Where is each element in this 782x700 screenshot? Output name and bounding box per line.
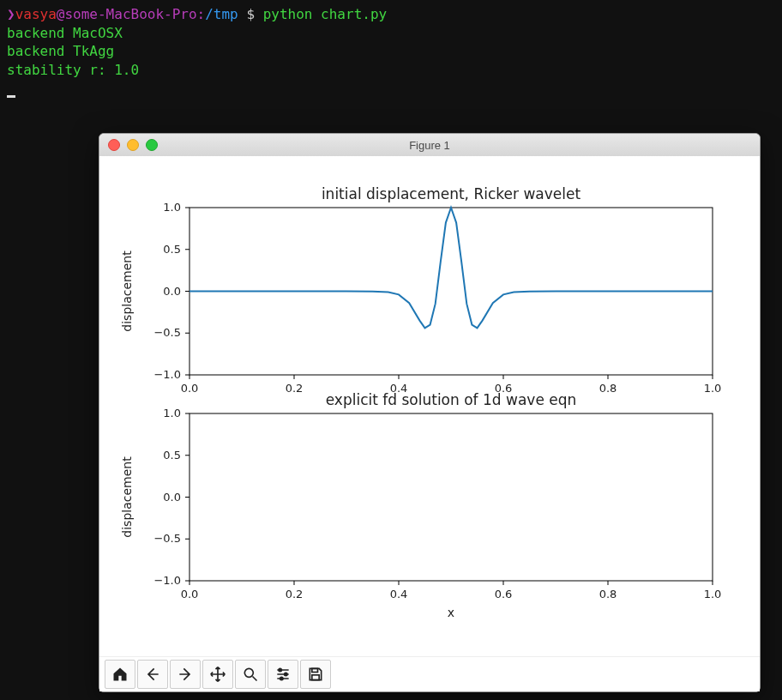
figure-canvas[interactable]: initial displacement, Ricker waveletdisp… <box>99 156 760 657</box>
prompt-at: @ <box>57 6 65 22</box>
terminal-output-line: backend TkAgg <box>7 42 775 61</box>
prompt-dollar: $ <box>246 6 255 22</box>
svg-text:displacement: displacement <box>120 456 134 538</box>
matplotlib-window: Figure 1 initial displacement, Ricker wa… <box>99 133 761 692</box>
svg-text:explicit fd solution of 1d wav: explicit fd solution of 1d wave eqn <box>326 391 577 408</box>
svg-text:0.8: 0.8 <box>599 588 617 600</box>
figure-svg: initial displacement, Ricker waveletdisp… <box>99 156 760 657</box>
pan-button[interactable] <box>202 660 233 689</box>
svg-text:0.0: 0.0 <box>181 588 199 600</box>
svg-text:0.2: 0.2 <box>286 588 304 600</box>
svg-point-52 <box>279 668 281 671</box>
prompt-command: python chart.py <box>263 6 388 22</box>
svg-text:1.0: 1.0 <box>704 588 722 600</box>
svg-text:−0.5: −0.5 <box>153 326 181 339</box>
svg-text:−1.0: −1.0 <box>153 574 181 587</box>
prompt-path: /tmp <box>205 6 238 22</box>
magnifier-icon <box>242 666 259 683</box>
zoom-button[interactable] <box>235 660 266 689</box>
svg-text:initial displacement, Ricker w: initial displacement, Ricker wavelet <box>322 185 581 202</box>
svg-point-53 <box>285 673 287 675</box>
svg-text:1.0: 1.0 <box>704 382 722 395</box>
svg-text:0.6: 0.6 <box>495 588 513 600</box>
svg-text:0.2: 0.2 <box>286 382 304 395</box>
window-title: Figure 1 <box>99 139 760 152</box>
sliders-icon <box>274 666 292 683</box>
save-icon <box>307 666 324 683</box>
terminal-cursor <box>7 95 15 98</box>
svg-point-54 <box>280 677 283 679</box>
svg-text:displacement: displacement <box>120 250 134 332</box>
prompt-host: some-MacBook-Pro <box>64 6 196 22</box>
terminal-output-line: stability r: 1.0 <box>7 61 775 80</box>
svg-rect-56 <box>312 675 319 680</box>
prompt-caret: ❯ <box>7 6 15 22</box>
svg-text:0.4: 0.4 <box>390 588 408 600</box>
home-icon <box>111 666 129 683</box>
svg-text:0.8: 0.8 <box>599 382 617 395</box>
forward-button[interactable] <box>170 660 201 689</box>
back-button[interactable] <box>137 660 168 689</box>
svg-text:0.5: 0.5 <box>163 243 181 256</box>
arrow-left-icon <box>144 666 161 683</box>
svg-text:0.5: 0.5 <box>163 449 181 462</box>
terminal: ❯vasya@some-MacBook-Pro:/tmp $ python ch… <box>0 0 782 103</box>
configure-button[interactable] <box>268 660 298 689</box>
svg-text:0.0: 0.0 <box>181 382 199 395</box>
svg-text:−1.0: −1.0 <box>153 368 181 381</box>
svg-text:1.0: 1.0 <box>163 407 181 419</box>
svg-point-51 <box>244 668 253 677</box>
prompt-line: ❯vasya@some-MacBook-Pro:/tmp $ python ch… <box>7 5 775 24</box>
svg-rect-55 <box>312 668 318 672</box>
save-button[interactable] <box>300 660 331 689</box>
terminal-output-line: backend MacOSX <box>7 24 775 43</box>
arrow-right-icon <box>177 666 194 683</box>
home-button[interactable] <box>105 660 135 689</box>
svg-text:0.0: 0.0 <box>163 285 181 298</box>
window-titlebar[interactable]: Figure 1 <box>99 134 760 157</box>
svg-rect-25 <box>189 413 713 581</box>
svg-text:1.0: 1.0 <box>163 201 181 214</box>
prompt-sep: : <box>197 6 206 22</box>
prompt-user: vasya <box>15 6 57 22</box>
move-icon <box>209 666 226 683</box>
matplotlib-toolbar <box>99 656 760 691</box>
svg-text:0.0: 0.0 <box>163 491 181 504</box>
svg-text:−0.5: −0.5 <box>153 532 181 545</box>
svg-text:x: x <box>448 606 454 619</box>
